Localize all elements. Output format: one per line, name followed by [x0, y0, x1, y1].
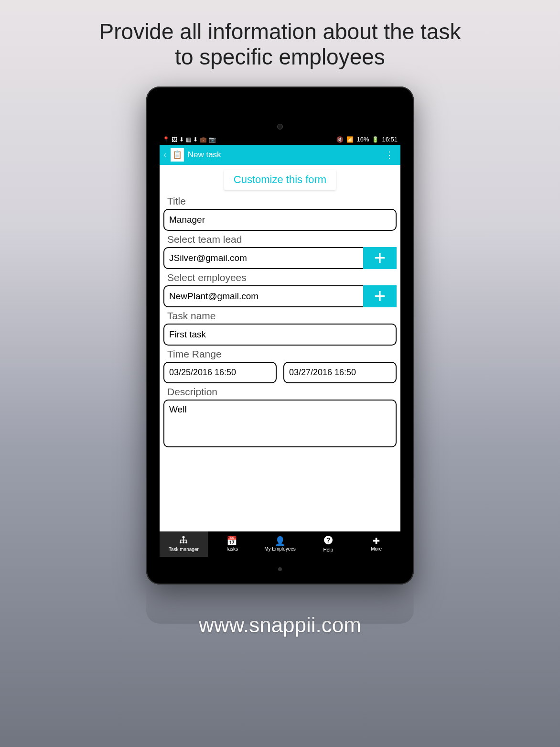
promo-headline: Provide all information about the task t… — [99, 19, 461, 70]
header-title: New task — [188, 150, 378, 160]
time-start-input[interactable] — [163, 362, 277, 383]
taskname-label: Task name — [167, 310, 397, 322]
plus-icon: ✚ — [373, 537, 380, 545]
taskname-input[interactable] — [163, 324, 397, 346]
svg-point-3 — [185, 541, 187, 543]
title-label: Title — [167, 195, 397, 207]
nav-help[interactable]: ? Help — [304, 531, 352, 557]
app-header-bar: ‹ 📋 New task ⋮ — [160, 145, 400, 165]
title-input[interactable] — [163, 209, 397, 231]
teamlead-input[interactable] — [163, 247, 363, 269]
battery-percent: 16% — [356, 136, 369, 143]
customize-form-button[interactable]: Customize this form — [224, 170, 336, 190]
download-icon-2: ⬇ — [193, 136, 198, 143]
employees-label: Select employees — [167, 272, 397, 283]
calendar-icon: 📅 — [226, 537, 237, 545]
download-icon: ⬇ — [179, 136, 184, 143]
svg-point-0 — [183, 536, 185, 539]
back-button[interactable]: ‹ — [163, 149, 167, 160]
timerange-label: Time Range — [167, 348, 397, 360]
hierarchy-icon — [179, 536, 188, 546]
device-camera — [277, 124, 283, 130]
mute-icon: 🔇 — [336, 136, 344, 143]
nav-label: Tasks — [226, 546, 238, 552]
status-left-icons: 📍 🖼 ⬇ ▦ ⬇ 💼 📷 — [162, 136, 216, 143]
description-label: Description — [167, 386, 397, 398]
clipboard-icon: 📋 — [171, 148, 184, 162]
tablet-device-frame: 📍 🖼 ⬇ ▦ ⬇ 💼 📷 🔇 📶 16% 🔋 16:51 ‹ 📋 New ta… — [146, 87, 414, 585]
form-container: Customize this form Title Select team le… — [160, 165, 400, 531]
plus-icon: + — [374, 248, 386, 268]
device-reflection — [146, 585, 414, 624]
device-home-indicator — [278, 567, 282, 571]
employees-input[interactable] — [163, 285, 363, 307]
nav-more[interactable]: ✚ More — [352, 531, 400, 557]
location-icon: 📍 — [162, 136, 170, 143]
person-icon: 👤 — [275, 537, 285, 545]
device-screen: 📍 🖼 ⬇ ▦ ⬇ 💼 📷 🔇 📶 16% 🔋 16:51 ‹ 📋 New ta… — [160, 134, 400, 557]
time-end-input[interactable] — [283, 362, 397, 383]
status-right-icons: 🔇 📶 16% 🔋 16:51 — [336, 136, 398, 143]
nav-task-manager[interactable]: Task manager — [160, 531, 208, 557]
help-icon: ? — [323, 535, 333, 546]
image-icon: 🖼 — [172, 136, 177, 143]
nav-my-employees[interactable]: 👤 My Employees — [256, 531, 304, 557]
nav-label: Task manager — [169, 547, 199, 552]
android-status-bar: 📍 🖼 ⬇ ▦ ⬇ 💼 📷 🔇 📶 16% 🔋 16:51 — [160, 134, 400, 145]
overflow-menu-button[interactable]: ⋮ — [382, 150, 397, 160]
bottom-navigation: Task manager 📅 Tasks 👤 My Employees ? He… — [160, 531, 400, 557]
teamlead-label: Select team lead — [167, 234, 397, 245]
svg-point-2 — [183, 541, 184, 543]
promo-line-1: Provide all information about the task — [99, 19, 461, 44]
wifi-icon: 📶 — [346, 136, 354, 143]
nav-tasks[interactable]: 📅 Tasks — [208, 531, 256, 557]
add-teamlead-button[interactable]: + — [363, 247, 397, 269]
svg-point-1 — [180, 541, 182, 543]
promo-line-2: to specific employees — [99, 44, 461, 70]
plus-icon: + — [374, 286, 386, 306]
add-employee-button[interactable]: + — [363, 285, 397, 307]
battery-icon: 🔋 — [372, 136, 379, 143]
camera-small-icon: 📷 — [209, 136, 216, 143]
briefcase-icon: 💼 — [200, 136, 207, 143]
nav-label: Help — [323, 547, 334, 552]
nav-label: My Employees — [264, 546, 296, 552]
description-input[interactable]: Well — [163, 400, 397, 447]
app-icon: ▦ — [186, 136, 191, 143]
status-time: 16:51 — [382, 136, 398, 143]
svg-text:?: ? — [326, 536, 331, 544]
nav-label: More — [371, 546, 382, 552]
